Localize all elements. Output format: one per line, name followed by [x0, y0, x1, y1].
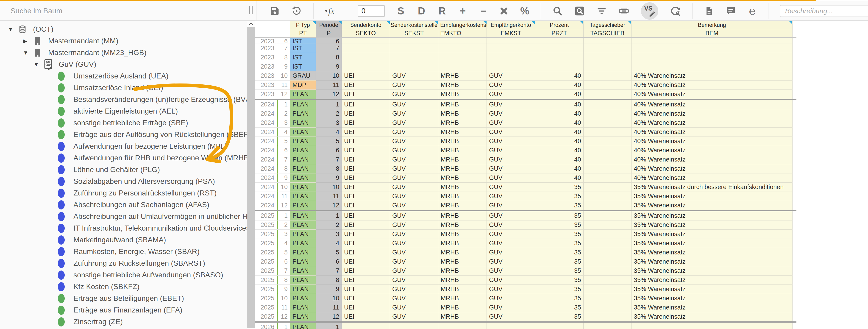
cell-emkst[interactable]: GUV: [487, 303, 535, 312]
cell-tagschieb[interactable]: [584, 323, 631, 329]
cell-year[interactable]: 2025: [255, 312, 277, 322]
cell-rownum[interactable]: 5: [277, 137, 290, 146]
cell-emkto[interactable]: MRHB: [438, 146, 487, 155]
cell-rownum[interactable]: 7: [277, 266, 290, 275]
cell-sekst[interactable]: GUV: [390, 275, 438, 285]
panel-splitter-handle[interactable]: [247, 5, 254, 15]
cell-tagschieb[interactable]: [584, 44, 631, 53]
tree-item-oct[interactable]: ▼(OCT): [0, 23, 247, 35]
cell-przt[interactable]: 40: [535, 109, 584, 118]
set-value-button[interactable]: S: [396, 3, 405, 19]
cell-year[interactable]: 2023: [255, 53, 277, 62]
cell-pt[interactable]: PLAN: [290, 230, 316, 239]
column-header-emkst[interactable]: Empfängerkonto: [487, 21, 535, 29]
cell-sekto[interactable]: UEI: [342, 294, 390, 303]
cell-tagschieb[interactable]: [584, 294, 631, 303]
vs-edit-button[interactable]: VS: [641, 2, 658, 20]
cell-year[interactable]: 2024: [255, 174, 277, 183]
cell-pt[interactable]: PLAN: [290, 90, 316, 99]
cell-year[interactable]: 2025: [255, 294, 277, 303]
cell-bem[interactable]: 40% Wareneinsatz: [631, 100, 793, 109]
cell-emkto[interactable]: MRHB: [438, 285, 487, 294]
cell-przt[interactable]: 35: [535, 192, 584, 201]
cell-sekst[interactable]: GUV: [390, 257, 438, 266]
cell-przt[interactable]: [535, 44, 584, 53]
cell-p[interactable]: 4: [316, 127, 342, 137]
cell-p[interactable]: 5: [316, 248, 342, 257]
cell-p[interactable]: 5: [316, 137, 342, 146]
cell-rownum[interactable]: 9: [277, 62, 290, 71]
tree-item-plg[interactable]: Löhne und Gehälter (PLG): [0, 164, 247, 176]
cell-bem[interactable]: 35% Wareneinsatz: [631, 211, 793, 220]
revert-value-button[interactable]: R: [437, 3, 446, 19]
column-header-przt[interactable]: Prozent: [535, 21, 584, 29]
cell-pt[interactable]: PLAN: [290, 100, 316, 109]
tree-item-afauv[interactable]: Abschreibungen auf Umlaufvermögen in unü…: [0, 211, 247, 222]
cell-tagschieb[interactable]: [584, 127, 631, 137]
cell-sekst[interactable]: [390, 323, 438, 329]
column-code-przt[interactable]: PRZT: [535, 29, 584, 37]
cell-przt[interactable]: 40: [535, 71, 584, 81]
cell-pt[interactable]: IST: [290, 44, 316, 53]
cell-bem[interactable]: [631, 62, 793, 71]
cell-sekto[interactable]: [342, 38, 390, 44]
cell-bem[interactable]: 40% Wareneinsatz: [631, 109, 793, 118]
column-header-bem[interactable]: Bemerkung: [631, 21, 793, 29]
cell-emkst[interactable]: GUV: [487, 239, 535, 248]
cell-bem[interactable]: 40% Wareneinsatz: [631, 81, 793, 90]
cell-sekst[interactable]: GUV: [390, 164, 438, 174]
cell-p[interactable]: 10: [316, 183, 342, 192]
cell-p[interactable]: 3: [316, 118, 342, 127]
cell-rownum[interactable]: 12: [277, 201, 290, 210]
tree-item-ael[interactable]: aktivierte Eigenleistungen (AEL): [0, 105, 247, 117]
tree-item-psa[interactable]: Sozialabgaben und Altersversorgung (PSA): [0, 176, 247, 187]
cell-przt[interactable]: [535, 62, 584, 71]
cell-sekst[interactable]: GUV: [390, 211, 438, 220]
cell-przt[interactable]: 40: [535, 127, 584, 137]
cell-emkto[interactable]: MRHB: [438, 294, 487, 303]
cell-bem[interactable]: 35% Wareneinsatz: [631, 275, 793, 285]
cell-tagschieb[interactable]: [584, 275, 631, 285]
cell-emkto[interactable]: MRHB: [438, 257, 487, 266]
cell-emkto[interactable]: MRHB: [438, 192, 487, 201]
document-icon[interactable]: [704, 3, 714, 19]
cell-bem[interactable]: 35% Wareneinsatz: [631, 285, 793, 294]
cell-emkto[interactable]: MRHB: [438, 239, 487, 248]
column-code-tagschieb[interactable]: TAGSCHIEB: [584, 29, 631, 37]
cell-tagschieb[interactable]: [584, 303, 631, 312]
cell-emkto[interactable]: MRHB: [438, 109, 487, 118]
cell-tagschieb[interactable]: [584, 248, 631, 257]
cell-sekto[interactable]: UEI: [342, 164, 390, 174]
cell-emkto[interactable]: [438, 38, 487, 44]
cell-przt[interactable]: 35: [535, 285, 584, 294]
cell-tagschieb[interactable]: [584, 109, 631, 118]
tree-item-sberst[interactable]: Erträge aus der Auflösung von Rückstellu…: [0, 129, 247, 141]
cell-emkst[interactable]: GUV: [487, 312, 535, 322]
cell-pt[interactable]: IST: [290, 38, 316, 44]
cell-sekto[interactable]: UEI: [342, 146, 390, 155]
cell-tagschieb[interactable]: [584, 90, 631, 99]
cell-bem[interactable]: 40% Wareneinsatz: [631, 90, 793, 99]
cell-emkto[interactable]: MRHB: [438, 211, 487, 220]
cell-sekst[interactable]: GUV: [390, 146, 438, 155]
cell-emkto[interactable]: MRHB: [438, 127, 487, 137]
cell-emkto[interactable]: MRHB: [438, 312, 487, 322]
cell-sekto[interactable]: UEI: [342, 230, 390, 239]
cell-year[interactable]: 2024: [255, 201, 277, 210]
cell-pt[interactable]: PLAN: [290, 266, 316, 275]
cell-tagschieb[interactable]: [584, 71, 631, 81]
cell-p[interactable]: 9: [316, 174, 342, 183]
cell-pt[interactable]: IST: [290, 53, 316, 62]
cell-tagschieb[interactable]: [584, 266, 631, 275]
cell-emkst[interactable]: GUV: [487, 109, 535, 118]
cell-p[interactable]: 8: [316, 164, 342, 174]
cell-year[interactable]: 2025: [255, 248, 277, 257]
cell-emkst[interactable]: GUV: [487, 174, 535, 183]
cell-sekst[interactable]: [390, 62, 438, 71]
cell-pt[interactable]: PLAN: [290, 183, 316, 192]
cell-emkto[interactable]: MRHB: [438, 155, 487, 164]
cell-pt[interactable]: PLAN: [290, 146, 316, 155]
cell-emkst[interactable]: GUV: [487, 155, 535, 164]
percent-button[interactable]: %: [520, 3, 529, 19]
cell-p[interactable]: 11: [316, 192, 342, 201]
